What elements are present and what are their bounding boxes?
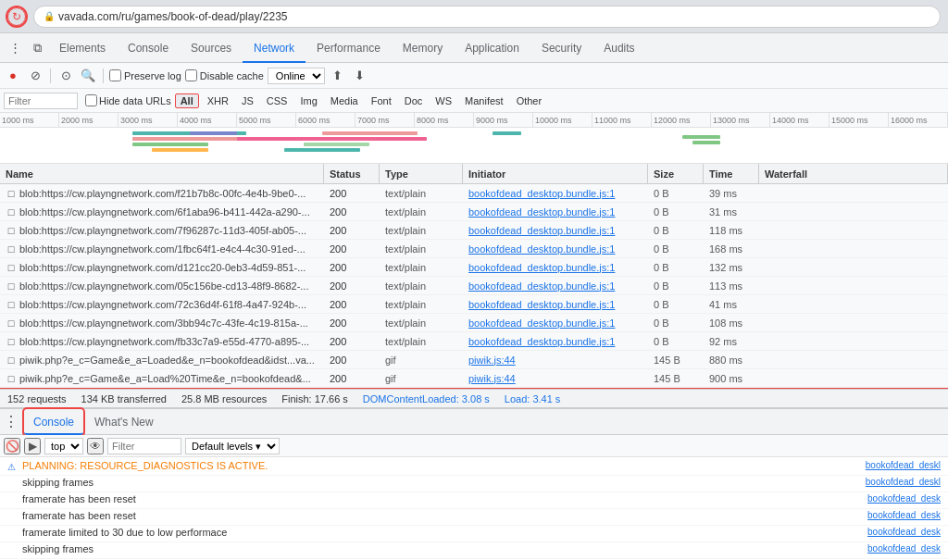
row-initiator[interactable]: bookofdead_desktop.bundle.js:1 bbox=[463, 295, 648, 313]
timeline-bar-6 bbox=[237, 137, 427, 141]
search-button[interactable]: 🔍 bbox=[79, 67, 97, 85]
disable-cache-checkbox[interactable] bbox=[185, 69, 197, 81]
table-row[interactable]: □blob:https://cw.playngnetwork.com/6f1ab… bbox=[0, 203, 948, 221]
row-initiator[interactable]: bookofdead_desktop.bundle.js:1 bbox=[463, 277, 648, 294]
console-clear-button[interactable]: 🚫 bbox=[4, 438, 20, 454]
filter-all-button[interactable]: All bbox=[175, 93, 199, 108]
filter-font-button[interactable]: Font bbox=[367, 94, 396, 107]
record-button[interactable]: ● bbox=[4, 67, 22, 85]
console-source[interactable]: bookofdead_desk bbox=[867, 510, 941, 520]
col-status[interactable]: Status bbox=[324, 164, 380, 183]
filter-css-button[interactable]: CSS bbox=[262, 94, 293, 107]
row-initiator[interactable]: bookofdead_desktop.bundle.js:1 bbox=[463, 332, 648, 350]
col-waterfall[interactable]: Waterfall bbox=[759, 164, 948, 183]
col-name[interactable]: Name bbox=[0, 164, 324, 183]
file-icon: □ bbox=[6, 244, 17, 254]
hide-data-urls-label[interactable]: Hide data URLs bbox=[85, 94, 171, 106]
table-row[interactable]: □blob:https://cw.playngnetwork.com/1fbc6… bbox=[0, 240, 948, 258]
console-line: framerate has been reset bookofdead_desk bbox=[0, 509, 948, 526]
tab-application[interactable]: Application bbox=[454, 33, 530, 63]
table-header: Name Status Type Initiator Size Time Wat… bbox=[0, 164, 948, 184]
row-initiator[interactable]: bookofdead_desktop.bundle.js:1 bbox=[463, 240, 648, 257]
tab-network[interactable]: Network bbox=[243, 33, 306, 63]
timeline-bar-7 bbox=[284, 148, 360, 152]
table-row[interactable]: □piwik.php?e_c=Game&e_a=Load%20Time&e_n=… bbox=[0, 369, 948, 388]
row-initiator[interactable]: bookofdead_desktop.bundle.js:1 bbox=[463, 258, 648, 276]
filter-bar: Hide data URLs All XHR JS CSS Img Media … bbox=[0, 89, 948, 113]
filter-js-button[interactable]: JS bbox=[237, 94, 258, 107]
row-initiator[interactable]: bookofdead_desktop.bundle.js:1 bbox=[463, 314, 648, 331]
row-initiator[interactable]: bookofdead_desktop.bundle.js:1 bbox=[463, 221, 648, 239]
filter-media-button[interactable]: Media bbox=[326, 94, 363, 107]
hide-data-urls-checkbox[interactable] bbox=[85, 94, 97, 106]
console-source[interactable]: bookofdead_deskl bbox=[866, 477, 941, 487]
filter-xhr-button[interactable]: XHR bbox=[203, 94, 233, 107]
table-row[interactable]: □blob:https://cw.playngnetwork.com/f21b7… bbox=[0, 184, 948, 203]
row-size: 0 B bbox=[648, 184, 704, 202]
preserve-log-checkbox[interactable] bbox=[109, 69, 121, 81]
table-row[interactable]: □blob:https://cw.playngnetwork.com/fb33c… bbox=[0, 332, 948, 351]
tab-memory[interactable]: Memory bbox=[392, 33, 454, 63]
tab-security[interactable]: Security bbox=[530, 33, 592, 63]
table-row[interactable]: □blob:https://cw.playngnetwork.com/72c36… bbox=[0, 295, 948, 314]
tab-audits[interactable]: Audits bbox=[592, 33, 645, 63]
row-initiator[interactable]: piwik.js:44 bbox=[463, 369, 648, 387]
row-time: 168 ms bbox=[704, 240, 759, 257]
status-bar: 152 requests 134 KB transferred 25.8 MB … bbox=[0, 389, 948, 407]
timeline-bar-8 bbox=[322, 131, 417, 135]
filter-ws-button[interactable]: WS bbox=[430, 94, 456, 107]
file-icon: □ bbox=[6, 189, 17, 198]
console-eye-button[interactable]: 👁 bbox=[87, 438, 104, 454]
filter-input[interactable] bbox=[4, 93, 78, 109]
row-type: text/plain bbox=[380, 184, 463, 202]
throttle-select[interactable]: Online bbox=[268, 68, 325, 84]
filter-doc-button[interactable]: Doc bbox=[400, 94, 428, 107]
col-initiator[interactable]: Initiator bbox=[463, 164, 648, 183]
tab-sources[interactable]: Sources bbox=[180, 33, 243, 63]
download-button[interactable]: ⬇ bbox=[351, 67, 369, 85]
console-menu-icon[interactable]: ⋮ bbox=[4, 413, 19, 430]
row-name: □blob:https://cw.playngnetwork.com/05c15… bbox=[0, 277, 324, 294]
filter-manifest-button[interactable]: Manifest bbox=[460, 94, 508, 107]
tab-performance[interactable]: Performance bbox=[306, 33, 392, 63]
console-top-button[interactable]: ▶ bbox=[24, 438, 41, 454]
tab-elements[interactable]: Elements bbox=[48, 33, 117, 63]
row-type: text/plain bbox=[380, 314, 463, 331]
clear-button[interactable]: ⊘ bbox=[26, 67, 44, 85]
table-row[interactable]: □blob:https://cw.playngnetwork.com/d121c… bbox=[0, 258, 948, 277]
filter-button[interactable]: ⊙ bbox=[56, 67, 75, 85]
console-source[interactable]: bookofdead_desk bbox=[867, 543, 941, 554]
devtools-dock-icon[interactable]: ⧉ bbox=[26, 37, 48, 59]
col-size[interactable]: Size bbox=[648, 164, 704, 183]
console-source[interactable]: bookofdead_desk bbox=[867, 527, 941, 537]
filter-img-button[interactable]: Img bbox=[295, 94, 321, 107]
filter-other-button[interactable]: Other bbox=[512, 94, 547, 107]
table-row[interactable]: □blob:https://cw.playngnetwork.com/05c15… bbox=[0, 277, 948, 295]
console-source[interactable]: bookofdead_desk bbox=[867, 493, 941, 504]
row-initiator[interactable]: piwik.js:44 bbox=[463, 351, 648, 368]
address-bar[interactable]: 🔒 vavada.com/ru/games/book-of-dead/play/… bbox=[33, 6, 941, 28]
refresh-button[interactable]: ↻ bbox=[7, 7, 26, 26]
preserve-log-label[interactable]: Preserve log bbox=[109, 69, 181, 81]
table-row[interactable]: □blob:https://cw.playngnetwork.com/7f962… bbox=[0, 221, 948, 240]
tab-console[interactable]: Console bbox=[117, 33, 180, 63]
tick-6000: 6000 ms bbox=[296, 113, 356, 127]
upload-button[interactable]: ⬆ bbox=[329, 67, 347, 85]
col-type[interactable]: Type bbox=[380, 164, 463, 183]
tab-whats-new[interactable]: What's New bbox=[85, 409, 163, 435]
table-row[interactable]: □blob:https://cw.playngnetwork.com/3bb94… bbox=[0, 314, 948, 332]
table-row[interactable]: □piwik.php?e_c=Game&e_a=Loaded&e_n=booko… bbox=[0, 351, 948, 369]
network-table: Name Status Type Initiator Size Time Wat… bbox=[0, 164, 948, 389]
console-filter-input[interactable] bbox=[107, 438, 181, 454]
row-initiator[interactable]: bookofdead_desktop.bundle.js:1 bbox=[463, 203, 648, 220]
tab-console-panel[interactable]: Console bbox=[24, 409, 83, 435]
col-time[interactable]: Time bbox=[704, 164, 759, 183]
row-type: text/plain bbox=[380, 221, 463, 239]
devtools-menu-icon[interactable]: ⋮ bbox=[4, 37, 26, 59]
disable-cache-label[interactable]: Disable cache bbox=[185, 69, 264, 81]
console-context-select[interactable]: top bbox=[44, 438, 83, 454]
row-initiator[interactable]: bookofdead_desktop.bundle.js:1 bbox=[463, 184, 648, 202]
console-level-select[interactable]: Default levels ▾ bbox=[185, 438, 280, 454]
row-size: 145 B bbox=[648, 351, 704, 368]
console-source[interactable]: bookofdead_deskl bbox=[866, 460, 941, 470]
